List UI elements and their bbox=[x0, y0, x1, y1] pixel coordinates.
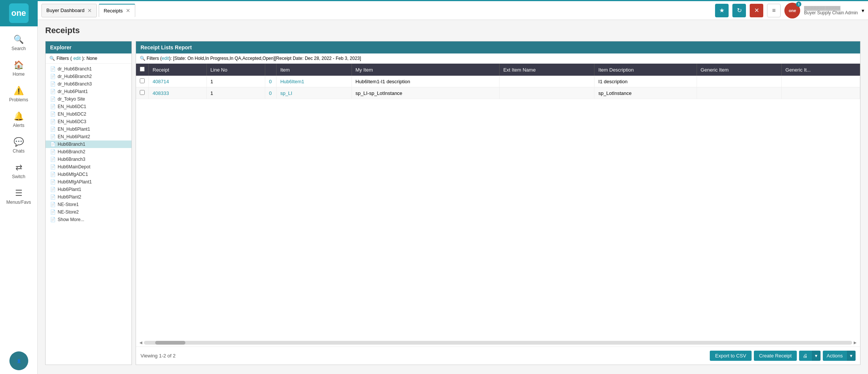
user-avatar[interactable]: one 1 bbox=[784, 3, 800, 18]
item-link[interactable]: Hub6Item1 bbox=[280, 79, 304, 84]
file-icon: 📄 bbox=[50, 217, 56, 222]
close-button[interactable]: ✕ bbox=[750, 4, 763, 17]
explorer-list-item[interactable]: 📄dr_Hub6Branch2 bbox=[46, 73, 131, 80]
close-tab-receipts[interactable]: ✕ bbox=[126, 8, 130, 14]
file-icon: 📄 bbox=[50, 111, 56, 117]
explorer-list-item[interactable]: 📄dr_Hub6Plant1 bbox=[46, 88, 131, 95]
col-ext-item-name: Ext Item Name bbox=[499, 64, 594, 76]
menu-button[interactable]: ≡ bbox=[767, 4, 781, 17]
explorer-list-item[interactable]: 📄NE-Store2 bbox=[46, 208, 131, 216]
explorer-list-item[interactable]: 📄dr_Hub6Branch1 bbox=[46, 65, 131, 73]
sidebar-item-search[interactable]: 🔍 Search bbox=[0, 30, 37, 56]
sidebar-item-switch[interactable]: ⇄ Switch bbox=[0, 158, 37, 184]
explorer-list-item[interactable]: 📄Show More... bbox=[46, 216, 131, 223]
tab-buyer-dashboard[interactable]: Buyer Dashboard ✕ bbox=[41, 4, 97, 17]
explorer-item-label: EN_Hub6Plant2 bbox=[58, 134, 90, 139]
select-all-checkbox[interactable] bbox=[140, 67, 145, 72]
explorer-item-label: dr_Hub6Branch3 bbox=[58, 81, 92, 87]
item-link[interactable]: sp_LI bbox=[280, 90, 292, 96]
actions-dropdown: Actions ▾ bbox=[823, 351, 856, 361]
sidebar-item-chats[interactable]: 💬 Chats bbox=[0, 133, 37, 158]
tab-receipts[interactable]: Receipts ✕ bbox=[99, 4, 135, 17]
user-avatar-bottom[interactable]: 👤 bbox=[9, 351, 28, 370]
tab-label: Buyer Dashboard bbox=[46, 8, 84, 13]
file-icon: 📄 bbox=[50, 142, 56, 147]
sidebar-item-home[interactable]: 🏠 Home bbox=[0, 56, 37, 81]
ext-item-name-cell bbox=[499, 87, 594, 99]
item-cell: Hub6Item1 bbox=[276, 76, 351, 87]
explorer-list-item[interactable]: 📄Hub6Branch1 bbox=[46, 140, 131, 148]
file-icon: 📄 bbox=[50, 127, 56, 132]
receipt-link[interactable]: 408714 bbox=[153, 79, 169, 84]
scrollbar-thumb[interactable] bbox=[155, 341, 185, 345]
sidebar-item-label: Alerts bbox=[13, 123, 24, 128]
explorer-list-item[interactable]: 📄EN_Hub6Plant1 bbox=[46, 125, 131, 133]
user-dropdown-arrow[interactable]: ▾ bbox=[862, 8, 864, 14]
scrollbar-track[interactable] bbox=[144, 341, 852, 345]
print-dropdown-arrow[interactable]: ▾ bbox=[811, 351, 821, 361]
doc-cell: 0 bbox=[265, 76, 276, 87]
col-receipt: Receipt bbox=[149, 64, 207, 76]
receipt-link[interactable]: 408333 bbox=[153, 90, 169, 96]
favorite-button[interactable]: ★ bbox=[715, 4, 729, 17]
receipt-filters-value: [State: On Hold,In Progress,In QA,Accept… bbox=[173, 56, 361, 61]
line-no-cell: 1 bbox=[206, 87, 265, 99]
row-checkbox[interactable] bbox=[140, 78, 145, 83]
explorer-item-label: EN_Hub6DC2 bbox=[58, 111, 86, 117]
sidebar-item-menus[interactable]: ☰ Menus/Favs bbox=[0, 184, 37, 209]
filters-edit-link[interactable]: edit bbox=[73, 56, 81, 61]
create-receipt-button[interactable]: Create Receipt bbox=[754, 351, 797, 361]
explorer-list-item[interactable]: 📄Hub6Branch3 bbox=[46, 156, 131, 163]
explorer-list-item[interactable]: 📄EN_Hub6DC2 bbox=[46, 110, 131, 118]
doc-link[interactable]: 0 bbox=[269, 79, 272, 84]
file-icon: 📄 bbox=[50, 89, 56, 94]
receipt-filters-edit-link[interactable]: edit bbox=[162, 56, 169, 61]
col-doc bbox=[265, 64, 276, 76]
explorer-list-item[interactable]: 📄dr_Tokyo Site bbox=[46, 95, 131, 103]
file-icon: 📄 bbox=[50, 157, 56, 162]
horizontal-scrollbar[interactable]: ◀ ▶ bbox=[136, 339, 860, 347]
row-checkbox-cell bbox=[136, 76, 149, 87]
actions-button[interactable]: Actions bbox=[823, 351, 847, 361]
col-line-no: Line No bbox=[206, 64, 265, 76]
export-csv-button[interactable]: Export to CSV bbox=[710, 351, 751, 361]
bell-icon: 🔔 bbox=[14, 111, 24, 121]
sidebar-item-problems[interactable]: ⚠️ Problems bbox=[0, 81, 37, 107]
explorer-list-item[interactable]: 📄Hub6Plant2 bbox=[46, 193, 131, 201]
page-content: Receipts Explorer 🔍 Filters (edit): None… bbox=[38, 20, 868, 374]
explorer-list-item[interactable]: 📄EN_Hub6Plant2 bbox=[46, 133, 131, 140]
explorer-list-item[interactable]: 📄Hub6MainDepot bbox=[46, 163, 131, 171]
tab-label: Receipts bbox=[104, 8, 123, 14]
top-bar: Buyer Dashboard ✕ Receipts ✕ ★ ↻ ✕ ≡ one… bbox=[38, 1, 868, 20]
explorer-list-item[interactable]: 📄Hub6Plant1 bbox=[46, 186, 131, 193]
explorer-list-item[interactable]: 📄EN_Hub6DC1 bbox=[46, 103, 131, 110]
scroll-left-arrow[interactable]: ◀ bbox=[138, 340, 144, 345]
print-button[interactable]: 🖨 bbox=[799, 351, 811, 361]
search-icon: 🔍 bbox=[14, 35, 24, 44]
col-my-item: My Item bbox=[351, 64, 499, 76]
user-name: ▓▓▓▓▓▓▓▓▓▓▓▓ bbox=[804, 6, 858, 10]
sidebar-item-alerts[interactable]: 🔔 Alerts bbox=[0, 107, 37, 133]
doc-link[interactable]: 0 bbox=[269, 90, 272, 96]
file-icon: 📄 bbox=[50, 172, 56, 177]
explorer-item-label: EN_Hub6DC3 bbox=[58, 119, 86, 124]
explorer-list-item[interactable]: 📄dr_Hub6Branch3 bbox=[46, 80, 131, 88]
file-icon: 📄 bbox=[50, 104, 56, 109]
row-checkbox[interactable] bbox=[140, 90, 145, 95]
col-checkbox bbox=[136, 64, 149, 76]
col-generic-it-ext: Generic It... bbox=[781, 64, 860, 76]
file-icon: 📄 bbox=[50, 149, 56, 154]
explorer-list-item[interactable]: 📄Hub6Branch2 bbox=[46, 148, 131, 156]
explorer-list-item[interactable]: 📄NE-Store1 bbox=[46, 201, 131, 208]
explorer-list-item[interactable]: 📄Hub6MfgADC1 bbox=[46, 171, 131, 178]
explorer-list-item[interactable]: 📄EN_Hub6DC3 bbox=[46, 118, 131, 125]
sidebar: one 🔍 Search 🏠 Home ⚠️ Problems 🔔 Alerts… bbox=[0, 0, 38, 374]
app-logo[interactable]: one bbox=[0, 0, 38, 26]
item-cell: sp_LI bbox=[276, 87, 351, 99]
actions-dropdown-arrow[interactable]: ▾ bbox=[847, 351, 856, 361]
refresh-button[interactable]: ↻ bbox=[732, 4, 746, 17]
close-tab-buyer-dashboard[interactable]: ✕ bbox=[87, 8, 92, 14]
scroll-right-arrow[interactable]: ▶ bbox=[852, 340, 858, 345]
sidebar-item-label: Menus/Favs bbox=[6, 200, 31, 205]
explorer-list-item[interactable]: 📄Hub6MfgAPlant1 bbox=[46, 178, 131, 186]
